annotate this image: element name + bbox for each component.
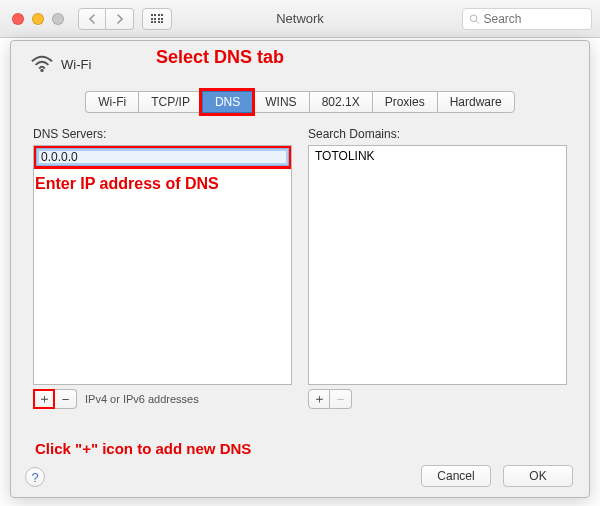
tab-proxies[interactable]: Proxies: [372, 91, 437, 113]
ok-button[interactable]: OK: [503, 465, 573, 487]
wifi-heading: Wi-Fi: [31, 55, 91, 73]
search-domains-label: Search Domains:: [308, 127, 567, 141]
tab-wifi[interactable]: Wi-Fi: [85, 91, 138, 113]
dns-plus-minus: ＋ −: [33, 389, 77, 409]
svg-point-2: [40, 69, 43, 72]
dns-servers-label: DNS Servers:: [33, 127, 292, 141]
domains-add-button[interactable]: ＋: [308, 389, 330, 409]
window-title: Network: [276, 11, 324, 26]
search-domains-list[interactable]: TOTOLINK: [308, 145, 567, 385]
dns-server-input-row[interactable]: [33, 145, 292, 169]
svg-line-1: [476, 20, 479, 23]
grid-icon: [151, 14, 164, 23]
tab-8021x[interactable]: 802.1X: [309, 91, 372, 113]
svg-point-0: [470, 15, 477, 22]
tab-wins[interactable]: WINS: [252, 91, 308, 113]
dns-list-footer: ＋ − IPv4 or IPv6 addresses: [33, 389, 292, 409]
dns-server-input[interactable]: [36, 148, 289, 166]
forward-button[interactable]: [106, 8, 134, 30]
preferences-window: Network Wi-Fi Select DNS tab Wi-Fi TCP/I…: [0, 0, 600, 506]
sheet-header: Wi-Fi Select DNS tab: [11, 41, 589, 73]
tab-tcpip[interactable]: TCP/IP: [138, 91, 202, 113]
annotation-click-plus: Click "+" icon to add new DNS: [35, 440, 251, 457]
titlebar: Network: [0, 0, 600, 38]
zoom-window-button[interactable]: [52, 13, 64, 25]
nav-buttons: [78, 8, 134, 30]
minimize-window-button[interactable]: [32, 13, 44, 25]
annotation-select-dns-tab: Select DNS tab: [156, 47, 284, 68]
domains-plus-minus: ＋ −: [308, 389, 352, 409]
button-row: Cancel OK: [421, 465, 573, 487]
chevron-right-icon: [116, 14, 124, 24]
search-field[interactable]: [462, 8, 592, 30]
annotation-enter-ip: Enter IP address of DNS: [35, 175, 219, 193]
wifi-icon: [31, 55, 53, 73]
chevron-left-icon: [88, 14, 96, 24]
dns-servers-column: DNS Servers: ＋ − IPv4 or IPv6 addresses: [33, 127, 292, 409]
dns-footer-hint: IPv4 or IPv6 addresses: [85, 393, 199, 405]
wifi-label: Wi-Fi: [61, 57, 91, 72]
tab-hardware[interactable]: Hardware: [437, 91, 515, 113]
tab-bar: Wi-Fi TCP/IP DNS WINS 802.1X Proxies Har…: [11, 91, 589, 113]
settings-sheet: Wi-Fi Select DNS tab Wi-Fi TCP/IP DNS WI…: [10, 40, 590, 498]
panels: DNS Servers: ＋ − IPv4 or IPv6 addresses …: [11, 113, 589, 409]
back-button[interactable]: [78, 8, 106, 30]
domains-remove-button[interactable]: −: [330, 389, 352, 409]
search-domains-column: Search Domains: TOTOLINK ＋ −: [308, 127, 567, 409]
dns-remove-button[interactable]: −: [55, 389, 77, 409]
dns-add-button[interactable]: ＋: [33, 389, 55, 409]
help-button[interactable]: ?: [25, 467, 45, 487]
list-item[interactable]: TOTOLINK: [309, 146, 566, 166]
search-input[interactable]: [484, 12, 586, 26]
show-all-button[interactable]: [142, 8, 172, 30]
tab-dns[interactable]: DNS: [202, 91, 252, 113]
cancel-button[interactable]: Cancel: [421, 465, 491, 487]
close-window-button[interactable]: [12, 13, 24, 25]
search-icon: [469, 13, 480, 25]
domains-list-footer: ＋ −: [308, 389, 567, 409]
traffic-lights: [12, 13, 64, 25]
